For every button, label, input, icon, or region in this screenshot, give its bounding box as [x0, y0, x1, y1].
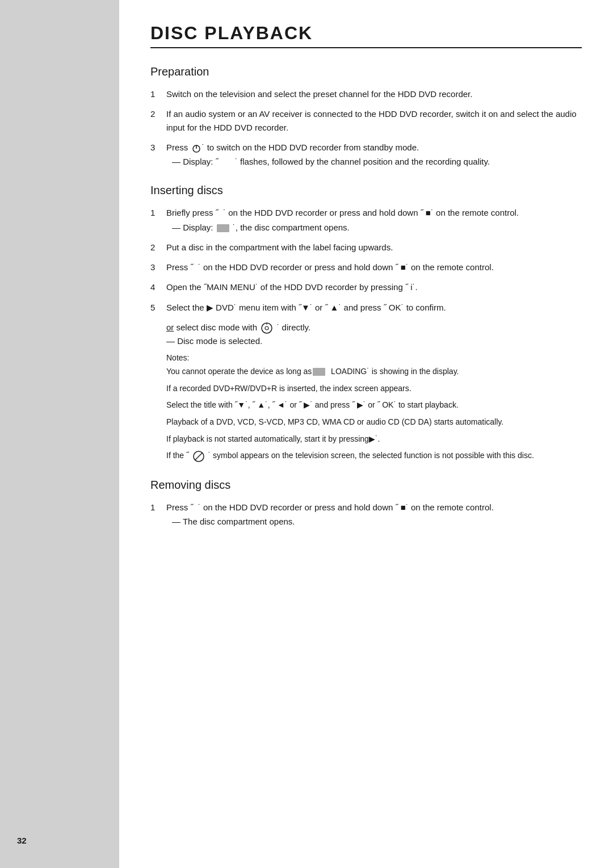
list-content: Press ˙ to switch on the HDD DVD recorde… — [166, 141, 582, 169]
list-content: If an audio system or an AV receiver is … — [166, 107, 582, 134]
sub-note: — The disc compartment opens. — [166, 515, 582, 528]
sub-note: — Display: ˙, the disc compartment opens… — [166, 221, 582, 234]
list-content: Select the ▶ DVD˙ menu item with ˝▼˙ or … — [166, 301, 582, 314]
note-para: If the ˝ ˙ symbol appears on the televis… — [166, 450, 582, 462]
list-number: 2 — [150, 241, 166, 254]
list-content: Press ˝ ˙ on the HDD DVD recorder or pre… — [166, 501, 582, 529]
note-para: If playback is not started automatically… — [166, 433, 582, 446]
disc-mode-note: — Disc mode is selected. — [166, 336, 262, 346]
or-text: or — [166, 322, 174, 332]
list-number: 1 — [150, 87, 166, 100]
list-number: 3 — [150, 141, 166, 154]
section-preparation: Preparation 1 Switch on the television a… — [150, 65, 582, 168]
list-item: 4 Open the ˝MAIN MENU˙ of the HDD DVD re… — [150, 280, 582, 293]
power-icon — [192, 144, 201, 153]
list-item: 5 Select the ▶ DVD˙ menu item with ˝▼˙ o… — [150, 301, 582, 314]
note-para: Select the title with ˝▼˙, ˝ ▲˙, ˝ ◄˙ or… — [166, 399, 582, 412]
notes-section: Notes: You cannot operate the device as … — [150, 353, 582, 463]
list-item: 3 Press ˝ ˙ on the HDD DVD recorder or p… — [150, 261, 582, 274]
main-content: DISC PLAYBACK Preparation 1 Switch on th… — [119, 0, 613, 868]
list-number: 2 — [150, 107, 166, 120]
list-number: 5 — [150, 301, 166, 314]
preparation-list: 1 Switch on the television and select th… — [150, 87, 582, 168]
page-title: DISC PLAYBACK — [150, 23, 582, 44]
list-item: 3 Press ˙ to switch on the HDD DVD recor… — [150, 141, 582, 169]
sidebar: 32 — [0, 0, 119, 868]
display-icon — [217, 224, 229, 232]
note-para: Playback of a DVD, VCD, S-VCD, MP3 CD, W… — [166, 416, 582, 429]
list-number: 1 — [150, 501, 166, 514]
page-number: 32 — [17, 836, 27, 845]
list-number: 1 — [150, 206, 166, 219]
disc-mode-icon — [261, 322, 273, 334]
list-content: Press ˝ ˙ on the HDD DVD recorder or pre… — [166, 261, 582, 274]
section-heading-removing: Removing discs — [150, 479, 582, 492]
note-para: If a recorded DVD+RW/DVD+R is inserted, … — [166, 383, 582, 395]
loading-icon — [313, 368, 325, 376]
list-item: 1 Switch on the television and select th… — [150, 87, 582, 100]
list-item: 1 Briefly press ˝ ˙ on the HDD DVD recor… — [150, 206, 582, 234]
note-para: You cannot operate the device as long as… — [166, 366, 582, 378]
list-number: 3 — [150, 261, 166, 274]
or-select-block: or select disc mode with ˙ directly. — D… — [150, 321, 582, 347]
no-symbol-icon — [192, 450, 205, 463]
section-removing: Removing discs 1 Press ˝ ˙ on the HDD DV… — [150, 479, 582, 529]
section-inserting: Inserting discs 1 Briefly press ˝ ˙ on t… — [150, 184, 582, 463]
removing-list: 1 Press ˝ ˙ on the HDD DVD recorder or p… — [150, 501, 582, 529]
list-content: Open the ˝MAIN MENU˙ of the HDD DVD reco… — [166, 280, 582, 293]
list-content: Briefly press ˝ ˙ on the HDD DVD recorde… — [166, 206, 582, 234]
svg-line-6 — [195, 453, 202, 460]
list-item: 1 Press ˝ ˙ on the HDD DVD recorder or p… — [150, 501, 582, 529]
notes-label: Notes: — [166, 353, 582, 362]
inserting-list: 1 Briefly press ˝ ˙ on the HDD DVD recor… — [150, 206, 582, 314]
section-heading-inserting: Inserting discs — [150, 184, 582, 197]
list-number: 4 — [150, 280, 166, 293]
section-heading-preparation: Preparation — [150, 65, 582, 78]
list-content: Switch on the television and select the … — [166, 87, 582, 100]
page-title-container: DISC PLAYBACK — [150, 23, 582, 48]
list-content: Put a disc in the compartment with the l… — [166, 241, 582, 254]
list-item: 2 Put a disc in the compartment with the… — [150, 241, 582, 254]
list-item: 2 If an audio system or an AV receiver i… — [150, 107, 582, 134]
svg-point-3 — [265, 326, 268, 330]
sub-note: — Display: ˝ ˙ flashes, followed by the … — [166, 155, 582, 168]
